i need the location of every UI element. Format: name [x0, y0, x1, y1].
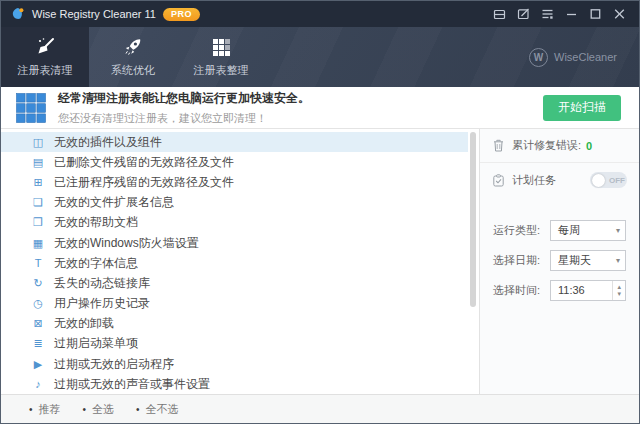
pro-badge: PRO: [163, 8, 200, 21]
list-item[interactable]: ▦ 无效的Windows防火墙设置: [1, 233, 468, 253]
footer: • 推荐 • 全选 • 全不选: [1, 394, 639, 423]
wisecleaner-logo-text: WiseCleaner: [554, 51, 617, 63]
select-time-spinner[interactable]: 11:36 ▴ ▾: [550, 280, 626, 301]
list-item[interactable]: ♪ 过期或无效的声音或事件设置: [1, 374, 468, 394]
tab-registry-cleaner[interactable]: 注册表清理: [1, 27, 89, 87]
category-label: 无效的字体信息: [54, 255, 138, 272]
category-label: 过期或无效的启动程序: [54, 356, 174, 373]
list-item[interactable]: ⊠ 无效的卸载: [1, 314, 468, 334]
select-time-value: 11:36: [558, 284, 612, 296]
schedule-settings: 运行类型: 每周 ▾ 选择日期: 星期天 ▾ 选择时间:: [480, 219, 639, 309]
category-icon: ❒: [30, 217, 46, 228]
list-item[interactable]: ⊞ 已注册程序残留的无效路径及文件: [1, 172, 468, 192]
tab-label: 系统优化: [111, 63, 155, 78]
clipboard-icon: [492, 174, 505, 187]
category-icon: ↻: [30, 278, 46, 289]
select-none-link[interactable]: • 全不选: [136, 402, 179, 417]
select-all-label: 全选: [92, 402, 114, 417]
category-label: 无效的Windows防火墙设置: [54, 235, 199, 252]
category-label: 已注册程序残留的无效路径及文件: [54, 174, 234, 191]
category-icon: ⊠: [30, 318, 46, 329]
category-label: 无效的帮助文档: [54, 214, 138, 231]
list-item[interactable]: ◷ 用户操作历史记录: [1, 294, 468, 314]
recommended-label: 推荐: [39, 402, 61, 417]
category-icon: ⊞: [30, 177, 46, 188]
tab-label: 注册表清理: [18, 63, 73, 78]
list-item[interactable]: ≣ 过期启动菜单项: [1, 334, 468, 354]
category-icon: ❏: [30, 197, 46, 208]
broom-icon: [34, 36, 56, 58]
banner-headline: 经常清理注册表能让您电脑运行更加快速安全。: [58, 90, 310, 107]
scan-category-list: ◫ 无效的插件以及组件 ▤ 已删除文件残留的无效路径及文件 ⊞ 已注册程序残留的…: [1, 129, 479, 394]
list-item[interactable]: ❒ 无效的帮助文档: [1, 213, 468, 233]
list-item[interactable]: ▤ 已删除文件残留的无效路径及文件: [1, 152, 468, 172]
category-label: 丢失的动态链接库: [54, 275, 150, 292]
recommended-link[interactable]: • 推荐: [29, 402, 61, 417]
category-icon: ≣: [30, 338, 46, 349]
fixed-errors-label: 累计修复错误:: [512, 138, 581, 153]
chevron-down-icon: ▾: [611, 226, 625, 235]
schedule-toggle[interactable]: OFF: [590, 172, 627, 188]
category-icon: T: [30, 258, 46, 269]
toggle-knob-icon: [592, 174, 605, 187]
category-icon: ▶: [30, 359, 46, 370]
tab-registry-defrag[interactable]: 注册表整理: [177, 27, 265, 87]
run-type-row: 运行类型: 每周 ▾: [480, 219, 639, 241]
bullet-icon: •: [29, 404, 33, 415]
menu-icon: [541, 8, 554, 20]
register-button[interactable]: [511, 4, 535, 24]
category-icon: ▤: [30, 157, 46, 168]
titlebar: Wise Registry Cleaner 11 PRO: [1, 1, 639, 27]
category-icon: ▦: [30, 238, 46, 249]
select-time-label: 选择时间:: [493, 283, 540, 298]
grid-icon: [210, 36, 232, 58]
banner-text: 经常清理注册表能让您电脑运行更加快速安全。 您还没有清理过注册表，建议您立即清理…: [58, 90, 310, 126]
bullet-icon: •: [136, 404, 140, 415]
app-logo-icon: [11, 7, 25, 21]
spinner-buttons: ▴ ▾: [612, 281, 625, 300]
select-day-label: 选择日期:: [493, 253, 540, 268]
run-type-select[interactable]: 每周 ▾: [550, 220, 626, 241]
category-label: 无效的插件以及组件: [54, 134, 162, 151]
gift-button[interactable]: [487, 4, 511, 24]
category-label: 过期或无效的声音或事件设置: [54, 376, 210, 393]
rocket-icon: [122, 36, 144, 58]
select-day-row: 选择日期: 星期天 ▾: [480, 249, 639, 271]
list-item[interactable]: ↻ 丢失的动态链接库: [1, 273, 468, 293]
minimize-button[interactable]: [559, 4, 583, 24]
select-day-select[interactable]: 星期天 ▾: [550, 250, 626, 271]
menu-button[interactable]: [535, 4, 559, 24]
select-all-link[interactable]: • 全选: [83, 402, 115, 417]
scrollbar-thumb[interactable]: [470, 132, 476, 307]
edit-icon: [517, 8, 530, 20]
category-label: 用户操作历史记录: [54, 295, 150, 312]
banner-subline: 您还没有清理过注册表，建议您立即清理！: [58, 111, 310, 126]
list-item[interactable]: ◫ 无效的插件以及组件: [1, 132, 468, 152]
select-time-row: 选择时间: 11:36 ▴ ▾: [480, 279, 639, 301]
list-item[interactable]: T 无效的字体信息: [1, 253, 468, 273]
maximize-button[interactable]: [583, 4, 607, 24]
scheduled-task-label: 计划任务: [512, 173, 556, 188]
category-label: 已删除文件残留的无效路径及文件: [54, 154, 234, 171]
registry-grid-icon: [16, 93, 46, 123]
spinner-down-icon[interactable]: ▾: [613, 290, 625, 297]
select-none-label: 全不选: [146, 402, 179, 417]
window-title: Wise Registry Cleaner 11: [32, 8, 156, 20]
wisecleaner-logo-icon: W: [529, 48, 548, 67]
maximize-icon: [590, 9, 601, 19]
bullet-icon: •: [83, 404, 87, 415]
close-button[interactable]: [607, 4, 631, 24]
trash-icon: [492, 139, 505, 152]
list-item[interactable]: ❏ 无效的文件扩展名信息: [1, 193, 468, 213]
list-item[interactable]: ▶ 过期或无效的启动程序: [1, 354, 468, 374]
side-panel: 累计修复错误: 0 计划任务 OFF 运行类型:: [479, 129, 639, 394]
category-icon: ◫: [30, 137, 46, 148]
tab-label: 注册表整理: [194, 63, 249, 78]
spinner-up-icon[interactable]: ▴: [613, 283, 625, 290]
start-scan-button[interactable]: 开始扫描: [543, 95, 621, 121]
tab-system-tuneup[interactable]: 系统优化: [89, 27, 177, 87]
run-type-value: 每周: [558, 223, 611, 238]
main-area: ◫ 无效的插件以及组件 ▤ 已删除文件残留的无效路径及文件 ⊞ 已注册程序残留的…: [1, 129, 639, 394]
category-icon: ◷: [30, 298, 46, 309]
run-type-label: 运行类型:: [493, 223, 540, 238]
